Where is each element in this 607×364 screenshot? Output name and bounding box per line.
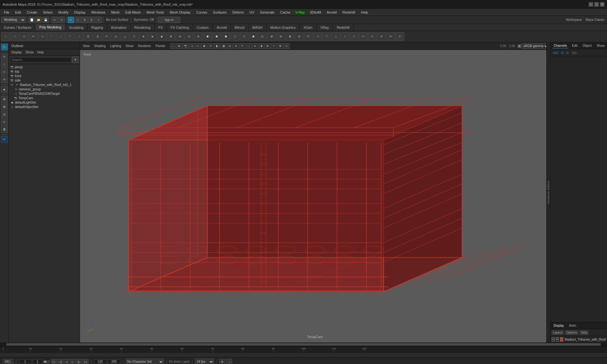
outliner-search-btn[interactable]: ▾ <box>72 57 78 63</box>
display3-btn[interactable]: ⊡ <box>1 111 8 118</box>
menu-mesh[interactable]: Mesh <box>108 10 122 15</box>
fps-dropdown[interactable]: 24 fps 30 fps 60 fps <box>195 359 214 364</box>
tab-rendering[interactable]: Rendering <box>131 24 155 31</box>
timeline-scrollbar[interactable] <box>0 343 607 346</box>
shelf-btn-35[interactable]: ⊣ <box>313 32 322 41</box>
shelf-btn-22[interactable]: ⊚ <box>194 32 203 41</box>
shelf-btn-34[interactable]: ⊢ <box>304 32 313 41</box>
layer-tab-anim[interactable]: Anim <box>568 323 578 328</box>
shelf-btn-29[interactable]: ◫ <box>258 32 267 41</box>
frame-bar[interactable] <box>44 361 50 363</box>
tab-fx[interactable]: FX <box>155 24 167 31</box>
tab-arnold[interactable]: Arnold <box>213 24 231 31</box>
close-button[interactable]: ✕ <box>600 2 604 7</box>
save-btn[interactable]: 💾 <box>42 17 49 23</box>
vp-btn-cam[interactable]: 📷 <box>183 43 188 49</box>
menu-modify[interactable]: Modify <box>56 10 71 15</box>
vp-menu-shading[interactable]: Shading <box>93 44 107 48</box>
shelf-btn-42[interactable]: ⊪ <box>377 32 386 41</box>
vp-btn-wire[interactable]: ⊡ <box>233 43 239 49</box>
move-lt-btn[interactable]: ✛ <box>1 76 8 83</box>
layer-visibility-btn[interactable]: V <box>552 337 555 342</box>
menu-3dtoall[interactable]: 3DtoAll <box>307 10 323 15</box>
shelf-btn-27[interactable]: ⬡ <box>240 32 248 41</box>
timeline-scroll-track[interactable] <box>6 343 601 346</box>
tab-animation[interactable]: Animation <box>107 24 131 31</box>
timeline-track[interactable]: 1 10 20 30 40 50 60 70 80 90 100 110 120 <box>0 347 607 353</box>
layer-playback-btn[interactable]: P <box>556 337 559 342</box>
tab-vray[interactable]: VRay <box>316 24 333 31</box>
shelf-btn-2[interactable]: □ <box>10 32 19 41</box>
vp-btn-light2[interactable]: ● <box>252 43 258 49</box>
vp-btn-prev[interactable]: ◁ <box>189 43 195 49</box>
rotate-btn[interactable]: ↻ <box>89 17 95 23</box>
shelf-btn-32[interactable]: ⊠ <box>285 32 294 41</box>
menu-display[interactable]: Display <box>72 10 88 15</box>
frame-range-end-input[interactable] <box>108 359 120 364</box>
anim-skip-end-btn[interactable]: ▷| <box>83 359 89 364</box>
shelf-btn-1[interactable]: ○ <box>1 32 10 41</box>
shelf-btn-38[interactable]: ⊦ <box>340 32 349 41</box>
vp-menu-show[interactable]: Show <box>124 44 135 48</box>
vp-btn-grid[interactable]: ⊞ <box>176 43 182 49</box>
outliner-item-tempcam-target[interactable]: ⬡ TempCamFBXASC046Target <box>9 91 80 96</box>
vp-btn-shading3[interactable]: ◫ <box>227 43 233 49</box>
display5-btn[interactable]: ≣ <box>1 126 8 133</box>
shelf-btn-3[interactable]: ⊂ <box>20 32 28 41</box>
outliner-menu-show[interactable]: Show <box>24 50 35 55</box>
menu-windows[interactable]: Windows <box>89 10 108 15</box>
display4-btn[interactable]: ≡ <box>1 118 8 125</box>
viewport-panel[interactable]: View Shading Lighting Show Renderer Pane… <box>80 42 550 343</box>
vp-menu-renderer[interactable]: Renderer <box>136 44 153 48</box>
rp-ctrl-1[interactable]: ◁◁ <box>552 50 559 55</box>
tab-poly-modeling[interactable]: Poly Modeling <box>35 24 65 31</box>
menu-vray[interactable]: V-Ray <box>293 10 307 15</box>
shelf-btn-25[interactable]: ⬟ <box>221 32 230 41</box>
vp-btn-play[interactable]: ▶ <box>202 43 207 49</box>
range-end-input[interactable] <box>94 359 107 364</box>
tab-redshift[interactable]: Redshift <box>333 24 353 31</box>
shelf-btn-33[interactable]: ⊡ <box>295 32 304 41</box>
shelf-btn-39[interactable]: ⊧ <box>350 32 359 41</box>
frame-start-input[interactable] <box>19 359 32 364</box>
shelf-btn-43[interactable]: ⊫ <box>386 32 395 41</box>
channel-box-tab-channels[interactable]: Channels <box>552 43 568 48</box>
anim-play-back-btn[interactable]: ◁ <box>64 359 70 364</box>
outliner-item-persp[interactable]: 📷 persp <box>9 65 80 69</box>
timeline-scroll-thumb[interactable] <box>7 343 600 345</box>
shelf-btn-24[interactable]: ⬣ <box>212 32 221 41</box>
anim-play-fwd-btn[interactable]: ▷ <box>70 359 76 364</box>
display2-btn[interactable]: ⊠ <box>1 103 8 110</box>
menu-cache[interactable]: Cache <box>278 10 293 15</box>
shelf-btn-9[interactable]: ⌢ <box>75 32 83 41</box>
menu-generate[interactable]: Generate <box>257 10 277 15</box>
shelf-btn-4[interactable]: ✏ <box>29 32 38 41</box>
tab-motion-graphics[interactable]: Motion Graphics <box>267 24 300 31</box>
open-btn[interactable]: 📂 <box>35 17 42 23</box>
paint-btn[interactable]: ✎ <box>1 53 8 60</box>
menu-mesh-display[interactable]: Mesh Display <box>167 10 193 15</box>
vp-btn-rib[interactable]: ⊕ <box>265 43 271 49</box>
tool1-btn[interactable]: ◈ <box>1 86 8 93</box>
vp-btn-shadow[interactable]: ◑ <box>259 43 264 49</box>
vp-btn-snapshot[interactable]: ⬡ <box>284 43 290 49</box>
shelf-btn-12[interactable]: ⊓ <box>102 32 111 41</box>
shelf-btn-44[interactable]: ⊬ <box>395 32 404 41</box>
vp-btn-home[interactable]: ⌂ <box>170 43 176 49</box>
shelf-btn-14[interactable]: △ <box>120 32 129 41</box>
frame-current-input[interactable] <box>33 359 42 364</box>
gamma-picker-btn[interactable]: ◈ <box>518 44 521 48</box>
outliner-item-top[interactable]: 📷 top <box>9 69 80 74</box>
shelf-btn-15[interactable]: ⬡ <box>130 32 138 41</box>
new-scene-btn[interactable]: 📄 <box>28 17 35 23</box>
gamma-dropdown[interactable]: sRGB gamma <box>522 43 549 49</box>
anim-skip-start-btn[interactable]: |◁ <box>51 359 57 364</box>
vp-btn-shading2[interactable]: ◨ <box>221 43 226 49</box>
select-mode-btn[interactable]: ↖ <box>1 44 8 51</box>
menu-create[interactable]: Create <box>24 10 40 15</box>
menu-edit[interactable]: Edit <box>13 10 24 15</box>
tab-fx-caching[interactable]: FX Caching <box>167 24 193 31</box>
shelf-btn-26[interactable]: ⬠ <box>230 32 239 41</box>
maya-logo-btn[interactable]: M <box>1 136 8 143</box>
shelf-btn-37[interactable]: ⊥ <box>331 32 340 41</box>
